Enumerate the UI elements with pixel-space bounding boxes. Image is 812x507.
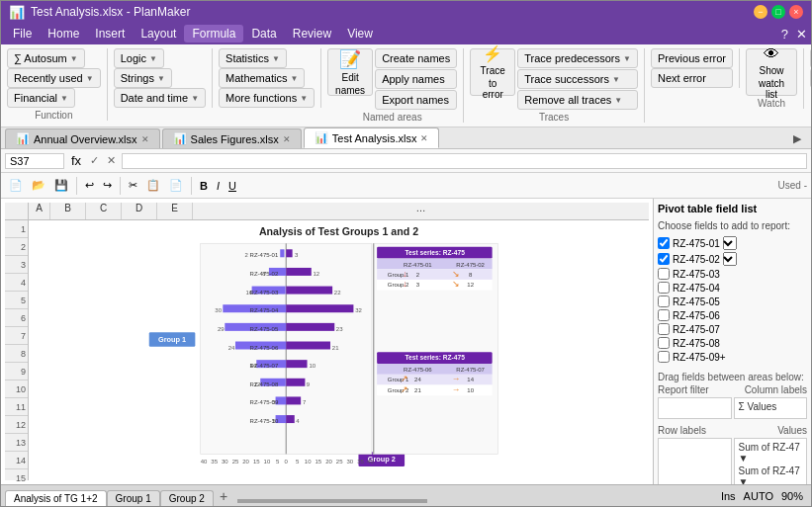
undo-button[interactable]: ↩ (81, 176, 98, 195)
create-names-button[interactable]: Create names (375, 48, 457, 68)
pivot-panel: Pivot table field list Choose fields to … (653, 199, 811, 484)
pivot-checkbox-rz475-04[interactable] (658, 282, 670, 294)
add-sheet-button[interactable]: + (214, 486, 233, 506)
strings-button[interactable]: Strings ▼ (114, 68, 172, 88)
paste-button[interactable]: 📄 (165, 176, 187, 195)
edit-names-button[interactable]: 📝 Editnames (327, 48, 373, 96)
date-time-button[interactable]: Date and time ▼ (114, 88, 206, 108)
tab-annual-overview[interactable]: 📊 Annual Overview.xlsx ✕ (5, 128, 160, 148)
col-d[interactable]: D (122, 203, 157, 219)
chart-content[interactable]: Analysis of Test Groups 1 and 2 Group 1 … (29, 220, 649, 480)
pivot-checkbox-rz475-06[interactable] (658, 309, 670, 321)
copy-button[interactable]: 📋 (142, 176, 164, 195)
pivot-checkbox-rz475-08[interactable] (658, 337, 670, 349)
svg-text:30: 30 (215, 307, 222, 313)
pivot-dropdown-rz475-02[interactable] (723, 252, 737, 266)
tab-icon: 📊 (16, 132, 30, 145)
pivot-values-title: Values (777, 425, 807, 436)
mathematics-button[interactable]: Mathematics ▼ (219, 68, 305, 88)
minimize-button[interactable]: − (754, 5, 767, 19)
pivot-values-box[interactable]: Sum of RZ-47 ▼ Sum of RZ-47 ▼ Sum of RZ-… (734, 438, 808, 484)
sheet-tab-analysis[interactable]: Analysis of TG 1+2 (5, 490, 107, 506)
pivot-report-filter-box[interactable] (658, 397, 732, 419)
pivot-report-filter-title: Report filter (658, 384, 709, 395)
function-wizard-button[interactable]: fx (68, 153, 84, 168)
apply-names-button[interactable]: Apply names (375, 69, 457, 89)
svg-text:21: 21 (414, 387, 421, 393)
tabs-scroll-right[interactable]: ▶ (787, 129, 807, 148)
tab-sales-figures[interactable]: 📊 Sales Figures.xlsx ✕ (162, 128, 302, 148)
trace-successors-button[interactable]: Trace successors ▼ (517, 69, 638, 89)
redo-button[interactable]: ↪ (99, 176, 116, 195)
trace-error-button[interactable]: ⚡ Traceto error (470, 48, 515, 96)
pivot-checkbox-rz475-05[interactable] (658, 296, 670, 307)
pivot-row-labels-box[interactable] (658, 438, 732, 484)
financial-button[interactable]: Financial ▼ (7, 88, 75, 108)
underline-button[interactable]: U (225, 177, 240, 195)
cell-reference-input[interactable] (5, 153, 64, 169)
svg-rect-51 (286, 342, 330, 350)
more-functions-button[interactable]: More functions ▼ (219, 88, 315, 108)
close-button[interactable]: × (789, 5, 803, 19)
maximize-button[interactable]: □ (771, 5, 785, 19)
statistics-button[interactable]: Statistics ▼ (219, 48, 287, 68)
formula-input[interactable] (122, 153, 807, 169)
pivot-checkbox-rz475-02[interactable] (658, 253, 670, 265)
sheet-tab-group2[interactable]: Group 2 (160, 490, 214, 506)
trace-predecessors-button[interactable]: Trace predecessors ▼ (517, 48, 638, 68)
bold-button[interactable]: B (196, 177, 212, 195)
menu-formula[interactable]: Formula (184, 25, 243, 42)
svg-text:RZ-475-07: RZ-475-07 (250, 363, 279, 369)
export-names-button[interactable]: Export names (375, 90, 457, 110)
save-button[interactable]: 💾 (50, 176, 72, 195)
row-5: 5 (5, 292, 28, 309)
tab-test-analysis[interactable]: 📊 Test Analysis.xlsx ✕ (304, 127, 440, 148)
pivot-checkbox-rz475-07[interactable] (658, 323, 670, 335)
cut-button[interactable]: ✂ (125, 176, 141, 195)
open-button[interactable]: 📂 (28, 176, 49, 195)
svg-text:↓: ↓ (403, 269, 406, 279)
next-error-button[interactable]: Next error (651, 68, 733, 88)
horizontal-scrollbar[interactable] (237, 499, 427, 503)
help-button[interactable]: ? (781, 27, 788, 42)
close-app-button[interactable]: ✕ (796, 27, 807, 42)
sheet-tab-group1[interactable]: Group 1 (107, 490, 160, 506)
title-bar: 📊 Test Analysis.xlsx - PlanMaker − □ × (1, 1, 811, 23)
menu-file[interactable]: File (5, 25, 40, 42)
menu-data[interactable]: Data (243, 25, 284, 42)
menu-view[interactable]: View (339, 25, 381, 42)
col-a[interactable]: A (29, 203, 50, 219)
col-b[interactable]: B (50, 203, 86, 219)
logic-button[interactable]: Logic ▼ (114, 48, 164, 68)
col-e[interactable]: E (157, 203, 193, 219)
tab-close-sales[interactable]: ✕ (283, 134, 291, 144)
pivot-checkbox-rz475-01[interactable] (658, 237, 670, 249)
svg-text:RZ-475-01: RZ-475-01 (404, 262, 432, 268)
menu-home[interactable]: Home (40, 25, 87, 42)
calc-mode: AUTO (744, 490, 773, 502)
tab-icon: 📊 (315, 131, 328, 144)
svg-text:RZ-475-10: RZ-475-10 (250, 418, 279, 424)
col-rest: … (193, 203, 649, 219)
svg-text:RZ-475-07: RZ-475-07 (456, 367, 485, 373)
col-c[interactable]: C (86, 203, 122, 219)
menu-review[interactable]: Review (285, 25, 339, 42)
previous-error-button[interactable]: Previous error (651, 48, 733, 68)
autosum-button[interactable]: ∑ Autosum ▼ (7, 48, 85, 68)
tab-label: Test Analysis.xlsx (332, 132, 417, 144)
show-watchlist-button[interactable]: 👁 Showwatch list (746, 48, 797, 96)
new-button[interactable]: 📄 (5, 176, 27, 195)
pivot-checkbox-rz475-03[interactable] (658, 268, 670, 280)
italic-button[interactable]: I (213, 177, 224, 195)
tab-close-annual[interactable]: ✕ (141, 134, 149, 144)
remove-traces-button[interactable]: Remove all traces ▼ (517, 90, 638, 110)
pivot-dropdown-rz475-01[interactable] (723, 236, 737, 250)
menu-layout[interactable]: Layout (133, 25, 184, 42)
pivot-checkbox-rz475-09[interactable] (658, 351, 670, 363)
tab-close-test[interactable]: ✕ (420, 133, 428, 143)
recently-used-button[interactable]: Recently used ▼ (7, 68, 101, 88)
menu-insert[interactable]: Insert (87, 25, 133, 42)
pivot-label-rz475-03: RZ-475-03 (673, 269, 720, 280)
pivot-column-labels-box[interactable]: Σ Values (734, 397, 808, 419)
pivot-row-value-boxes: Sum of RZ-47 ▼ Sum of RZ-47 ▼ Sum of RZ-… (658, 438, 807, 484)
